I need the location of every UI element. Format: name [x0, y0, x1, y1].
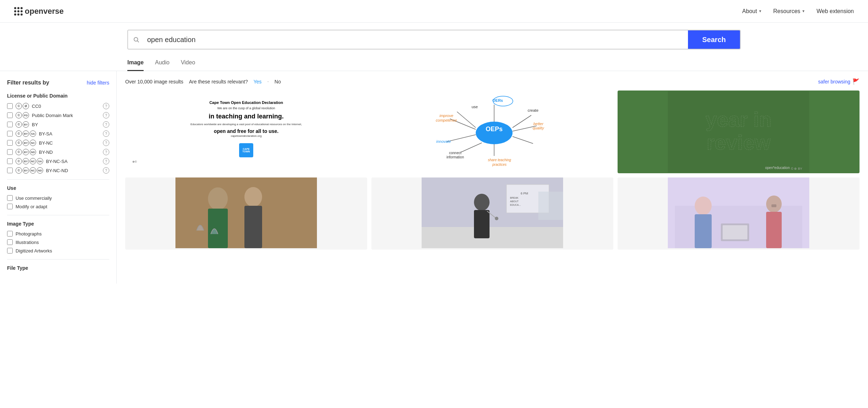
search-tabs: Image Audio Video — [0, 55, 868, 71]
cc-icon: © — [16, 140, 22, 146]
tab-image[interactable]: Image — [127, 55, 144, 71]
image-card-cape-town[interactable]: Cape Town Open Education Declaration We … — [125, 91, 367, 173]
cc0-checkbox[interactable] — [7, 103, 13, 109]
photographs-filter: Photographs — [7, 231, 109, 237]
pdm-icons: © PD — [16, 112, 29, 118]
by-icon: BY — [23, 140, 29, 146]
bysa-checkbox[interactable] — [7, 131, 13, 136]
svg-text:ABOUT: ABOUT — [510, 200, 519, 203]
license-filter-byncnd: © BY NC ND BY-NC-ND ? — [7, 167, 109, 174]
svg-point-0 — [134, 37, 138, 41]
digitized-artworks-label: Digitized Artworks — [16, 248, 52, 253]
svg-text:practices: practices — [492, 163, 507, 167]
year-review-image: year in review open*education © ⊕ BY — [618, 91, 860, 173]
svg-rect-59 — [668, 177, 809, 248]
cape-town-desc: Educators worldwide are developing a vas… — [132, 122, 360, 126]
safer-browsing-button[interactable]: safer browsing 🚩 — [818, 78, 860, 85]
relevance-yes-button[interactable]: Yes — [254, 79, 262, 84]
byncnd-label: BY-NC-ND — [46, 168, 68, 173]
sidebar: Filter results by hide filters License o… — [0, 71, 117, 284]
logo-text: openverse — [25, 7, 64, 16]
logo-area: openverse — [14, 7, 64, 16]
cc0-help-icon[interactable]: ? — [103, 103, 109, 109]
cc-icon: © — [16, 112, 22, 118]
commercial-label: Use commercially — [16, 196, 52, 201]
image-card-workshop[interactable] — [618, 177, 860, 250]
svg-line-1 — [137, 41, 139, 42]
cc0-label: CC0 — [32, 104, 41, 109]
sa-icon: SA — [30, 130, 36, 137]
illustrations-checkbox[interactable] — [7, 239, 13, 245]
license-filter-pdm: © PD Public Domain Mark ? — [7, 112, 109, 118]
use-modify-filter: Modify or adapt — [7, 204, 109, 209]
nav-about[interactable]: About ▼ — [742, 8, 762, 14]
results-area: Over 10,000 image results Are these resu… — [117, 71, 868, 284]
cc-icon: © — [16, 158, 22, 164]
hide-filters-button[interactable]: hide filters — [87, 80, 109, 86]
svg-text:competence: competence — [436, 118, 457, 122]
svg-text:quality: quality — [533, 126, 544, 130]
svg-text:improve: improve — [439, 113, 453, 118]
nd-icon: ND — [30, 149, 36, 155]
relevance-question: Are these results relevant? — [189, 79, 248, 84]
nav-resources[interactable]: Resources ▼ — [773, 8, 805, 14]
byncsa-checkbox[interactable] — [7, 158, 13, 164]
modify-checkbox[interactable] — [7, 204, 13, 209]
license-filter-bysa: © BY SA BY-SA ? — [7, 130, 109, 137]
search-area: Search — [0, 23, 868, 49]
bysa-help-icon[interactable]: ? — [103, 130, 109, 137]
license-filter-bynd: © BY ND BY-ND ? — [7, 149, 109, 155]
relevance-no-button[interactable]: No — [274, 79, 281, 84]
svg-rect-29 — [668, 91, 809, 173]
tab-video[interactable]: Video — [181, 55, 195, 71]
image-card-speaker[interactable]: 6 PM BREAK ABOUT EDUCA... — [371, 177, 613, 250]
svg-text:create: create — [528, 108, 539, 112]
license-filter-byncsa: © BY NC SA BY-NC-SA ? — [7, 158, 109, 164]
file-type-section-title: File Type — [7, 265, 109, 271]
digitized-artworks-checkbox[interactable] — [7, 248, 13, 253]
logo-icon — [14, 7, 22, 16]
byncsa-label: BY-NC-SA — [46, 159, 68, 164]
by-icon: BY — [23, 158, 29, 164]
cc-icon: © — [16, 103, 22, 109]
pdm-checkbox[interactable] — [7, 112, 13, 118]
pdm-help-icon[interactable]: ? — [103, 112, 109, 118]
filter-title: Filter results by — [7, 80, 49, 86]
by-icon: BY — [23, 149, 29, 155]
cc0-icons: © Ø — [16, 103, 29, 109]
bync-icons: © BY NC — [16, 140, 36, 146]
by-icon: BY — [23, 167, 29, 174]
byncnd-icons: © BY NC ND — [16, 167, 43, 174]
tab-audio[interactable]: Audio — [155, 55, 169, 71]
svg-point-45 — [474, 194, 490, 211]
by-checkbox[interactable] — [7, 122, 13, 127]
bynd-help-icon[interactable]: ? — [103, 149, 109, 155]
search-input[interactable] — [144, 30, 688, 49]
cape-town-license: ⊕© — [132, 160, 360, 163]
license-filter-by: © BY BY ? — [7, 121, 109, 128]
svg-point-48 — [495, 217, 498, 220]
image-card-people[interactable] — [125, 177, 367, 250]
svg-text:open*education: open*education — [765, 166, 790, 170]
separator: · — [267, 78, 269, 85]
results-header: Over 10,000 image results Are these resu… — [125, 78, 860, 85]
bynd-checkbox[interactable] — [7, 149, 13, 155]
image-card-oep[interactable]: OEPs improve competence use OERs — [371, 91, 613, 173]
byncnd-help-icon[interactable]: ? — [103, 167, 109, 174]
bync-checkbox[interactable] — [7, 140, 13, 146]
byncnd-checkbox[interactable] — [7, 168, 13, 173]
search-button[interactable]: Search — [688, 30, 740, 49]
image-type-section-title: Image Type — [7, 221, 109, 227]
cape-town-tagline: open and free for all to use. — [132, 128, 360, 134]
nav-web-extension[interactable]: Web extension — [816, 8, 854, 14]
image-card-year-review[interactable]: year in review open*education © ⊕ BY — [618, 91, 860, 173]
by-help-icon[interactable]: ? — [103, 121, 109, 128]
svg-text:connect: connect — [449, 151, 461, 155]
commercial-checkbox[interactable] — [7, 195, 13, 201]
image-grid: Cape Town Open Education Declaration We … — [125, 91, 860, 173]
photographs-checkbox[interactable] — [7, 231, 13, 237]
cape-town-badge: CAPETOWN — [239, 143, 253, 157]
byncsa-help-icon[interactable]: ? — [103, 158, 109, 164]
svg-rect-46 — [474, 210, 490, 238]
bync-help-icon[interactable]: ? — [103, 140, 109, 146]
